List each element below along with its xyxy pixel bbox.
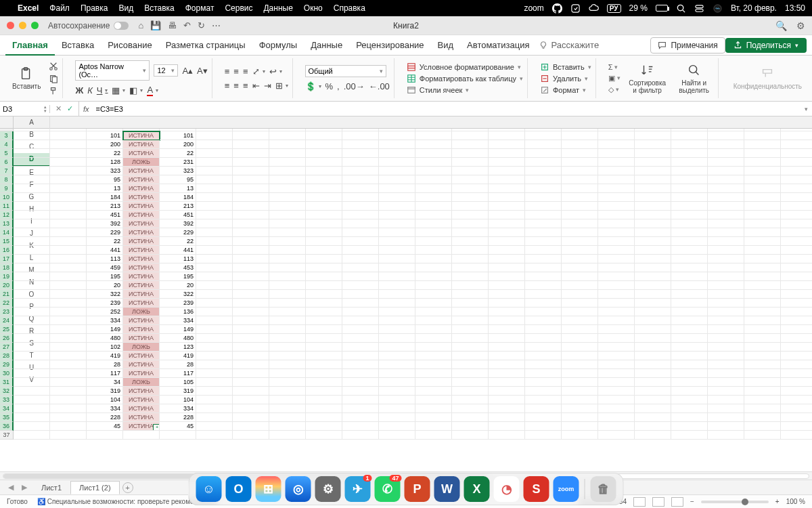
cell-P35[interactable]: [562, 413, 598, 422]
row-header-14[interactable]: 14: [0, 228, 14, 237]
cell-C24[interactable]: 334: [87, 316, 123, 325]
dock-app2[interactable]: S: [524, 476, 549, 502]
cell-E35[interactable]: 228: [160, 413, 196, 422]
cell-I28[interactable]: [306, 352, 342, 360]
cell-T5[interactable]: [708, 149, 744, 158]
cell-R3[interactable]: [635, 131, 671, 140]
cell-E4[interactable]: 200: [160, 140, 196, 149]
cell-P9[interactable]: [562, 184, 598, 193]
cell-T35[interactable]: [708, 413, 744, 422]
cell-O6[interactable]: [525, 158, 562, 167]
cell-D29[interactable]: ИСТИНА: [123, 360, 160, 369]
cell-A14[interactable]: [14, 228, 50, 237]
cell-F29[interactable]: [196, 360, 233, 369]
cell-N10[interactable]: [489, 193, 525, 202]
zoom-out[interactable]: −: [690, 498, 694, 505]
cell-K23[interactable]: [379, 308, 415, 316]
cell-R33[interactable]: [635, 396, 671, 404]
cell-L24[interactable]: [415, 316, 452, 325]
cell-G30[interactable]: [233, 369, 269, 378]
cell-F3[interactable]: [196, 131, 233, 140]
cell-P31[interactable]: [562, 378, 598, 387]
cell-A15[interactable]: [14, 237, 50, 246]
cell-E15[interactable]: 22: [160, 237, 196, 246]
cell-Q6[interactable]: [598, 158, 635, 167]
cell-B3[interactable]: [50, 131, 87, 140]
cell-A29[interactable]: [14, 360, 50, 369]
menu-Сервис[interactable]: Сервис: [225, 3, 252, 13]
cell-P19[interactable]: [562, 272, 598, 281]
cell-F20[interactable]: [196, 281, 233, 290]
cell-R34[interactable]: [635, 404, 671, 413]
cell-V9[interactable]: [781, 184, 812, 193]
cell-B35[interactable]: [50, 413, 87, 422]
cell-D11[interactable]: ИСТИНА: [123, 202, 160, 211]
decrease-font-button[interactable]: A▾: [197, 66, 208, 76]
cell-R16[interactable]: [635, 246, 671, 255]
cell-S22[interactable]: [671, 299, 708, 308]
cell-K30[interactable]: [379, 369, 415, 378]
cell-M11[interactable]: [452, 202, 489, 211]
cell-Q10[interactable]: [598, 193, 635, 202]
align-bottom[interactable]: ≡: [243, 66, 248, 77]
cell-Q26[interactable]: [598, 334, 635, 343]
cell-B9[interactable]: [50, 184, 87, 193]
cell-B37[interactable]: [50, 431, 87, 440]
cell-C16[interactable]: 441: [87, 246, 123, 255]
cell-K14[interactable]: [379, 228, 415, 237]
cell-G19[interactable]: [233, 272, 269, 281]
cell-S37[interactable]: [671, 431, 708, 440]
cell-B23[interactable]: [50, 308, 87, 316]
cell-E3[interactable]: 101: [160, 131, 196, 140]
cell-J3[interactable]: [342, 131, 379, 140]
cell-K7[interactable]: [379, 167, 415, 175]
cell-I18[interactable]: [306, 263, 342, 272]
cell-G8[interactable]: [233, 175, 269, 184]
delete-cells[interactable]: Удалить▾: [540, 74, 591, 83]
cell-A33[interactable]: [14, 396, 50, 404]
cell-I20[interactable]: [306, 281, 342, 290]
cell-B7[interactable]: [50, 167, 87, 175]
merge-button[interactable]: ⊞: [275, 81, 288, 91]
cell-C30[interactable]: 117: [87, 369, 123, 378]
cell-V13[interactable]: [781, 219, 812, 228]
percent-button[interactable]: %: [325, 81, 334, 91]
cell-I17[interactable]: [306, 255, 342, 263]
cell-I10[interactable]: [306, 193, 342, 202]
cell-F15[interactable]: [196, 237, 233, 246]
cell-D35[interactable]: ИСТИНА: [123, 413, 160, 422]
cell-F13[interactable]: [196, 219, 233, 228]
cell-N34[interactable]: [489, 404, 525, 413]
cell-P22[interactable]: [562, 299, 598, 308]
cell-A36[interactable]: [14, 422, 50, 431]
cell-U24[interactable]: [744, 316, 781, 325]
cell-P37[interactable]: [562, 431, 598, 440]
dock-powerpoint[interactable]: P: [405, 476, 430, 502]
cell-H11[interactable]: [269, 202, 306, 211]
cell-M15[interactable]: [452, 237, 489, 246]
dock-safari[interactable]: ◎: [286, 476, 311, 502]
row-header-26[interactable]: 26: [0, 334, 14, 343]
cell-K26[interactable]: [379, 334, 415, 343]
shortcut-icon[interactable]: [570, 3, 581, 14]
cell-U16[interactable]: [744, 246, 781, 255]
cell-S23[interactable]: [671, 308, 708, 316]
cell-K32[interactable]: [379, 387, 415, 396]
undo-icon[interactable]: ↶: [183, 20, 191, 30]
cell-E28[interactable]: 419: [160, 352, 196, 360]
cell-B13[interactable]: [50, 219, 87, 228]
dock-trash[interactable]: 🗑: [591, 476, 616, 502]
cell-N19[interactable]: [489, 272, 525, 281]
cell-M3[interactable]: [452, 131, 489, 140]
cell-L7[interactable]: [415, 167, 452, 175]
cell-K33[interactable]: [379, 396, 415, 404]
cell-M4[interactable]: [452, 140, 489, 149]
cell-A6[interactable]: [14, 158, 50, 167]
dock-outlook[interactable]: O: [226, 476, 252, 502]
dock-zoom[interactable]: zoom: [554, 476, 579, 502]
cell-V31[interactable]: [781, 378, 812, 387]
cell-Q11[interactable]: [598, 202, 635, 211]
cell-S8[interactable]: [671, 175, 708, 184]
cell-D34[interactable]: ИСТИНА: [123, 404, 160, 413]
row-header-13[interactable]: 13: [0, 219, 14, 228]
